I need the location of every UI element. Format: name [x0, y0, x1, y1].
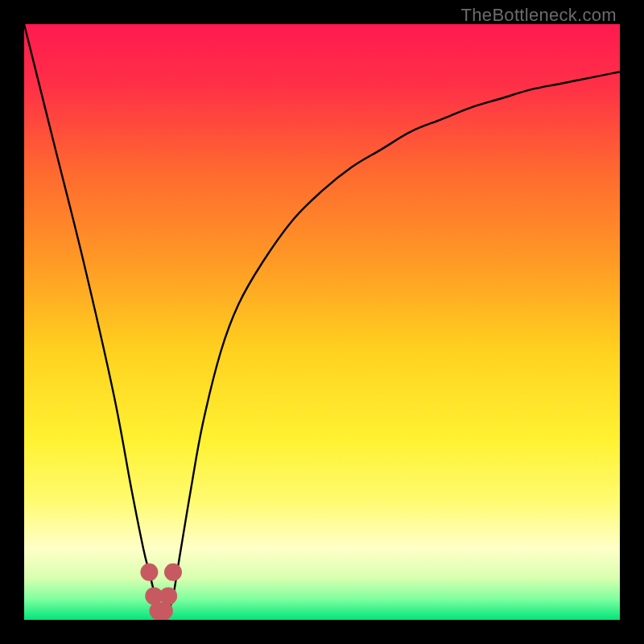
bottleneck-curve-path — [24, 24, 620, 617]
chart-svg — [24, 24, 620, 620]
highlight-marker — [155, 602, 173, 620]
highlight-markers-group — [140, 564, 182, 620]
watermark-text: TheBottleneck.com — [461, 5, 617, 26]
highlight-marker — [140, 564, 158, 581]
plot-area — [24, 24, 620, 620]
outer-frame: TheBottleneck.com — [0, 0, 644, 644]
highlight-marker — [159, 587, 177, 605]
highlight-marker — [164, 564, 182, 581]
